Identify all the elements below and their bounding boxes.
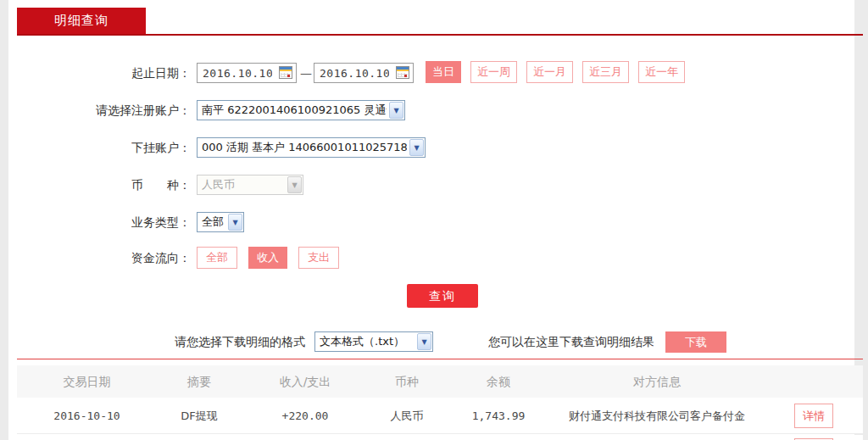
detail-query-page: 明细查询 起止日期： — 当日 近一周 近一月 近三月 近一年 请选择注册账户：	[0, 0, 868, 440]
fund-direction-buttons: 全部 收入 支出	[197, 247, 339, 269]
calendar-icon[interactable]	[396, 66, 409, 79]
registered-account-select[interactable]: 南平 6222001406100921065 灵通卡 ▼	[197, 100, 405, 120]
quick-date-buttons: 当日 近一周 近一月 近三月 近一年	[426, 61, 685, 83]
cell-balance	[448, 435, 549, 440]
chevron-down-icon: ▼	[287, 176, 302, 193]
fund-direction-label: 资金流向：	[25, 247, 191, 269]
header-balance: 余额	[448, 365, 549, 398]
table-divider	[17, 359, 863, 359]
quick-today-button[interactable]: 当日	[426, 61, 461, 83]
cell-trade-date: 2016-10-10	[34, 398, 140, 434]
content-panel: 明细查询 起止日期： — 当日 近一周 近一月 近三月 近一年 请选择注册账户：	[8, 0, 854, 440]
download-hint: 您可以在这里下载查询明细结果	[488, 331, 654, 353]
start-date-field[interactable]	[197, 63, 297, 83]
header-income-expense: 收入/支出	[254, 365, 356, 398]
cell-counterparty: 财付通支付科技有限公司客户备付金	[551, 398, 763, 434]
date-range-separator: —	[300, 62, 312, 84]
currency-label: 币 种：	[25, 174, 191, 196]
cell-amount: +220.00	[254, 398, 356, 434]
end-date-input[interactable]	[320, 64, 389, 81]
tab-underline	[17, 34, 863, 36]
sub-account-label: 下挂账户：	[25, 136, 191, 159]
start-date-input[interactable]	[203, 64, 272, 81]
quick-last-week-button[interactable]: 近一周	[470, 61, 517, 83]
download-format-value: 文本格式（.txt）	[320, 332, 415, 351]
download-format-select[interactable]: 文本格式（.txt） ▼	[314, 331, 433, 352]
cell-balance: 1,743.99	[448, 398, 549, 434]
quick-last-month-button[interactable]: 近一月	[526, 61, 573, 83]
currency-select: 人民币 ▼	[197, 175, 303, 195]
cell-currency: 人民币	[356, 398, 458, 434]
quick-three-month-button[interactable]: 近三月	[582, 61, 629, 83]
query-button[interactable]: 查询	[407, 284, 478, 308]
cell-amount	[254, 435, 356, 440]
table-row: 2016-10-10 DF提现 +220.00 人民币 1,743.99 财付通…	[17, 398, 863, 434]
registered-account-value: 南平 6222001406100921065 灵通卡	[202, 101, 387, 120]
business-type-label: 业务类型：	[25, 211, 191, 233]
business-type-value: 全部	[202, 213, 225, 231]
chevron-down-icon: ▼	[228, 214, 242, 231]
detail-button[interactable]: 详情	[794, 404, 833, 428]
header-currency: 币种	[356, 365, 458, 398]
download-button[interactable]: 下载	[665, 331, 726, 353]
sub-account-select[interactable]: 000 活期 基本户 1406600101102571848 ▼	[197, 137, 426, 158]
cell-summary: DF提现	[148, 398, 250, 434]
registered-account-label: 请选择注册账户：	[25, 99, 191, 121]
chevron-down-icon: ▼	[389, 102, 403, 119]
table-header: 交易日期 摘要 收入/支出 币种 余额 对方信息	[17, 365, 863, 398]
cell-currency	[356, 435, 458, 440]
cell-trade-date	[34, 435, 140, 440]
fund-expense-button[interactable]: 支出	[298, 247, 339, 269]
quick-last-year-button[interactable]: 近一年	[638, 61, 685, 83]
download-format-label: 请您选择下载明细的格式	[175, 331, 305, 353]
date-range-label: 起止日期：	[25, 62, 191, 84]
fund-income-button[interactable]: 收入	[248, 247, 287, 269]
cell-counterparty	[551, 435, 763, 440]
currency-value: 人民币	[202, 175, 285, 194]
tab-detail-query[interactable]: 明细查询	[17, 8, 146, 34]
sub-account-value: 000 活期 基本户 1406600101102571848	[202, 138, 407, 157]
header-summary: 摘要	[148, 365, 250, 398]
business-type-select[interactable]: 全部 ▼	[197, 212, 244, 232]
chevron-down-icon: ▼	[417, 333, 431, 350]
end-date-field[interactable]	[314, 63, 414, 83]
chevron-down-icon: ▼	[409, 139, 424, 156]
table-row: 详情	[17, 435, 863, 440]
header-trade-date: 交易日期	[34, 365, 140, 398]
header-counterparty: 对方信息	[551, 365, 763, 398]
calendar-icon[interactable]	[279, 66, 292, 79]
cell-summary	[148, 435, 250, 440]
fund-all-button[interactable]: 全部	[197, 247, 237, 269]
